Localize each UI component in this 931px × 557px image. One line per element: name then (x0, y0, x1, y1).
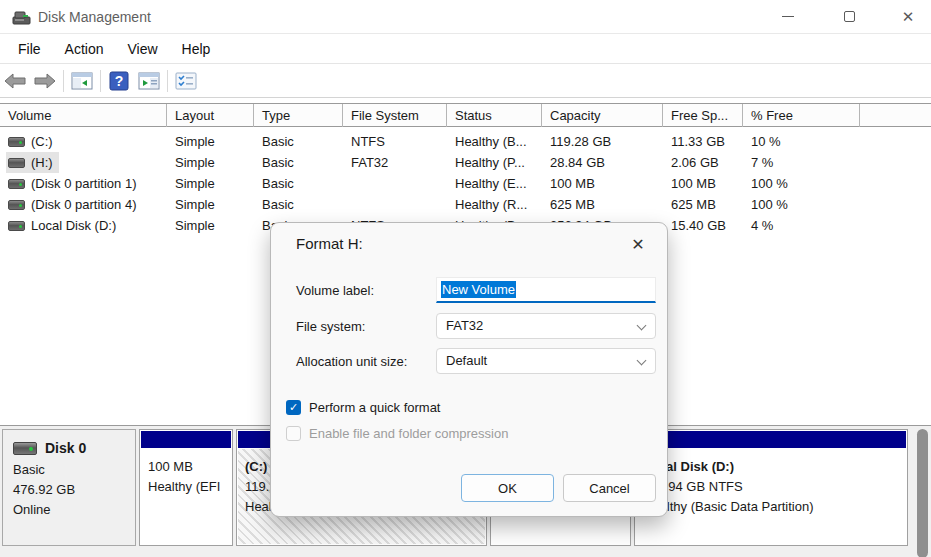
properties-button[interactable] (171, 67, 201, 95)
drive-icon (8, 221, 25, 231)
fs-cell (343, 173, 447, 194)
disk-status: Online (13, 500, 135, 520)
minimize-button[interactable] (765, 0, 811, 33)
disk-management-window: Disk Management ✕ File Action View Help (0, 0, 931, 557)
partition-block-d[interactable]: Local Disk (D:) 356.94 GB NTFS Healthy (… (634, 429, 908, 546)
dialog-title: Format H: (296, 235, 363, 252)
type-cell: Basic (254, 131, 343, 152)
status-cell: Healthy (R... (447, 194, 542, 215)
allocation-value: Default (446, 353, 487, 368)
column-header-capacity[interactable]: Capacity (542, 104, 663, 127)
quick-format-checkbox[interactable]: ✓ Perform a quick format (286, 400, 441, 415)
svg-text:?: ? (115, 73, 124, 89)
volume-cell: (Disk 0 partition 1) (0, 173, 167, 194)
type-cell: Basic (254, 194, 343, 215)
type-cell: Basic (254, 173, 343, 194)
partition-stripe (636, 431, 906, 448)
maximize-button[interactable] (826, 0, 872, 33)
show-console-tree-button[interactable] (67, 67, 97, 95)
pct-cell: 100 % (743, 173, 860, 194)
volume-cell: (H:) (0, 152, 167, 173)
toolbar-separator (100, 70, 101, 92)
volume-label-value: New Volume (441, 281, 516, 298)
dialog-close-button[interactable]: ✕ (625, 232, 651, 256)
toolbar: ? (0, 65, 931, 98)
chevron-down-icon (638, 322, 646, 330)
drive-icon (8, 137, 25, 147)
window-title: Disk Management (38, 9, 151, 25)
free-cell: 15.40 GB (663, 215, 743, 236)
checkbox-checked-icon: ✓ (286, 400, 301, 415)
close-button[interactable]: ✕ (885, 0, 931, 33)
maximize-icon (844, 11, 855, 22)
free-cell: 625 MB (663, 194, 743, 215)
drive-icon (8, 200, 25, 210)
column-header-free-space[interactable]: Free Sp... (663, 104, 743, 127)
table-row-h-selected[interactable]: (H:) Simple Basic FAT32 Healthy (P... 28… (0, 152, 931, 173)
partition-line: Healthy (Basic Data Partition) (643, 497, 906, 517)
file-system-label: File system: (296, 319, 365, 334)
checklist-icon (175, 72, 197, 90)
volume-label-input[interactable]: New Volume (436, 277, 656, 303)
cancel-button[interactable]: Cancel (563, 474, 656, 502)
table-row-partition1[interactable]: (Disk 0 partition 1) Simple Basic Health… (0, 173, 931, 194)
pct-cell: 7 % (743, 152, 860, 173)
column-header-layout[interactable]: Layout (167, 104, 254, 127)
forward-button[interactable] (30, 67, 60, 95)
partition-line: Healthy (EFI (148, 477, 231, 497)
layout-cell: Simple (167, 215, 254, 236)
chevron-down-icon (638, 357, 646, 365)
layout-cell: Simple (167, 152, 254, 173)
free-cell: 100 MB (663, 173, 743, 194)
toolbar-separator (63, 70, 64, 92)
fs-cell (343, 194, 447, 215)
disk-name: Disk 0 (45, 438, 86, 458)
allocation-select[interactable]: Default (436, 348, 656, 374)
file-system-value: FAT32 (446, 318, 483, 333)
capacity-cell: 119.28 GB (542, 131, 663, 152)
column-header-empty (860, 104, 931, 127)
toolbar-separator (167, 70, 168, 92)
menu-file[interactable]: File (8, 37, 51, 61)
back-arrow-icon (4, 73, 26, 89)
free-cell: 2.06 GB (663, 152, 743, 173)
ok-button[interactable]: OK (461, 474, 554, 502)
volume-list-header: Volume Layout Type File System Status Ca… (0, 103, 931, 127)
pct-cell: 10 % (743, 131, 860, 152)
vertical-scrollbar[interactable] (916, 429, 929, 557)
layout-cell: Simple (167, 173, 254, 194)
disk0-info-panel[interactable]: Disk 0 Basic 476.92 GB Online (2, 429, 136, 546)
scrollbar-thumb[interactable] (917, 429, 928, 557)
partition-stripe (141, 431, 231, 448)
help-button[interactable]: ? (104, 67, 134, 95)
type-cell: Basic (254, 152, 343, 173)
show-action-pane-button[interactable] (134, 67, 164, 95)
volume-cell: Local Disk (D:) (0, 215, 167, 236)
table-row-partition4[interactable]: (Disk 0 partition 4) Simple Basic Health… (0, 194, 931, 215)
compression-checkbox-disabled: Enable file and folder compression (286, 426, 508, 441)
column-header-volume[interactable]: Volume (0, 104, 167, 127)
status-cell: Healthy (B... (447, 131, 542, 152)
partition-line: 100 MB (148, 457, 231, 477)
format-dialog: Format H: ✕ Volume label: New Volume Fil… (270, 222, 668, 517)
menu-view[interactable]: View (117, 37, 167, 61)
partition-block-efi[interactable]: 100 MB Healthy (EFI (139, 429, 233, 546)
file-system-select[interactable]: FAT32 (436, 313, 656, 339)
back-button[interactable] (0, 67, 30, 95)
status-cell: Healthy (E... (447, 173, 542, 194)
column-header-pct-free[interactable]: % Free (743, 104, 860, 127)
menu-action[interactable]: Action (55, 37, 114, 61)
close-icon: ✕ (902, 9, 915, 24)
column-header-file-system[interactable]: File System (343, 104, 447, 127)
table-row-c[interactable]: (C:) Simple Basic NTFS Healthy (B... 119… (0, 131, 931, 152)
column-header-status[interactable]: Status (447, 104, 542, 127)
pct-cell: 100 % (743, 194, 860, 215)
capacity-cell: 28.84 GB (542, 152, 663, 173)
disk-management-app-icon (12, 9, 31, 25)
menu-help[interactable]: Help (172, 37, 221, 61)
minimize-icon (782, 16, 794, 17)
disk-type: Basic (13, 460, 135, 480)
volume-label-label: Volume label: (296, 283, 374, 298)
drive-icon (8, 179, 25, 189)
column-header-type[interactable]: Type (254, 104, 343, 127)
